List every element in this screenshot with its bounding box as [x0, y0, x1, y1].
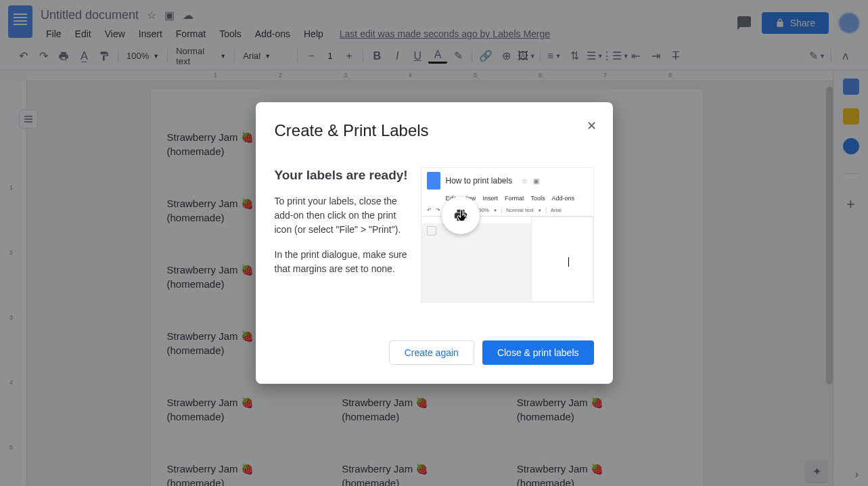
- modal-paragraph-1: To print your labels, close the add-on t…: [275, 194, 409, 237]
- print-instruction-image: How to print labels ☆ ▣ Edit View Insert…: [421, 167, 594, 303]
- mini-page: [531, 217, 593, 302]
- mini-docs-icon: [427, 172, 440, 190]
- modal-overlay: Create & Print Labels ✕ Your labels are …: [0, 0, 868, 486]
- modal-heading: Your labels are ready!: [275, 167, 409, 183]
- labels-modal: Create & Print Labels ✕ Your labels are …: [256, 102, 613, 384]
- mini-text-cursor: [568, 257, 569, 267]
- modal-paragraph-2: In the print dialogue, make sure that ma…: [275, 248, 409, 276]
- pointer-hand-icon: [454, 207, 472, 225]
- close-print-button[interactable]: Close & print labels: [482, 340, 594, 365]
- modal-title: Create & Print Labels: [275, 121, 594, 140]
- close-icon[interactable]: ✕: [587, 118, 597, 133]
- create-again-button[interactable]: Create again: [389, 340, 474, 365]
- mini-outline-icon: [427, 226, 436, 236]
